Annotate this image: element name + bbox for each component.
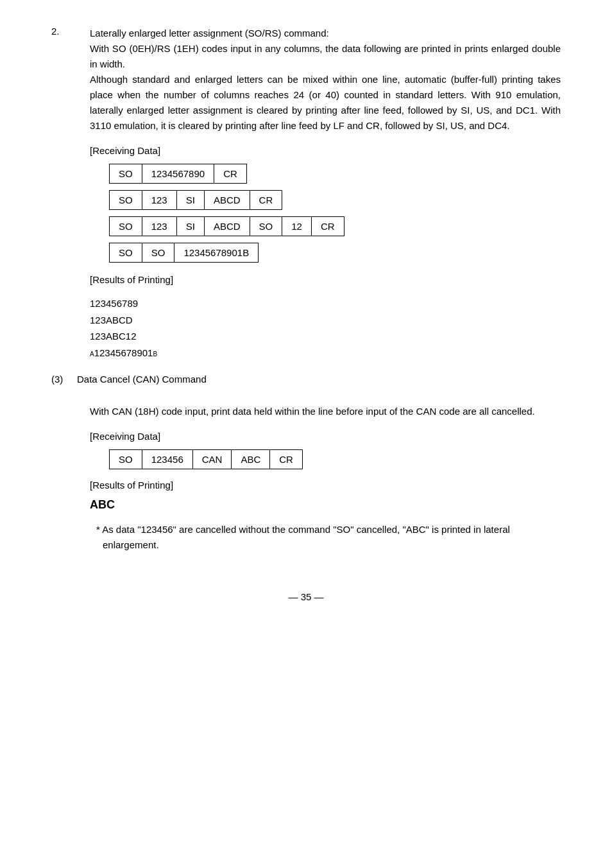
subsection-content: Data Cancel (CAN) Command (77, 374, 561, 394)
cell: SO (142, 243, 174, 263)
subsection-heading: Data Cancel (CAN) Command (77, 374, 561, 385)
table-row: SO 1234567890 CR (110, 164, 247, 184)
abc-result: ABC (90, 498, 561, 512)
cell: CR (214, 164, 247, 184)
cell: ABCD (204, 217, 250, 236)
cell: SO (110, 217, 142, 236)
table-row: SO 123456 CAN ABC CR (110, 450, 303, 469)
result-line-2: 123ABCD (90, 312, 561, 329)
cell: 12 (282, 217, 312, 236)
cell: 1234567890 (142, 164, 214, 184)
results-label-2: [Results of Printing] (90, 480, 561, 490)
page-footer: — 35 — (51, 591, 561, 602)
results-block-1: 123456789 123ABCD 123ABC12 A12345678901B (90, 295, 561, 361)
table-row: SO 123 SI ABCD CR (110, 191, 282, 210)
results-label-1: [Results of Printing] (90, 274, 561, 285)
cell: SI (176, 191, 204, 210)
cell: SO (110, 191, 142, 210)
result-line-3: 123ABC12 (90, 328, 561, 345)
data-table-4: SO SO 12345678901B (109, 243, 259, 263)
item-number: 2. (51, 26, 90, 134)
table-row: SO 123 SI ABCD SO 12 CR (110, 217, 344, 236)
result-line-1: 123456789 (90, 295, 561, 312)
cell: CR (270, 450, 303, 469)
item-content: Laterally enlarged letter assignment (SO… (90, 26, 561, 134)
data-table-2: SO 123 SI ABCD CR (109, 190, 282, 210)
cell: ABCD (204, 191, 250, 210)
cell: SO (110, 243, 142, 263)
cell: ABC (232, 450, 270, 469)
receiving-data-label-2: [Receiving Data] (90, 431, 561, 442)
item-2: 2. Laterally enlarged letter assignment … (51, 26, 561, 134)
table-row: SO SO 12345678901B (110, 243, 259, 263)
can-table: SO 123456 CAN ABC CR (109, 449, 303, 469)
data-table-3: SO 123 SI ABCD SO 12 CR (109, 216, 344, 236)
subsection-3-title: (3) Data Cancel (CAN) Command (51, 374, 561, 394)
cell: SO (110, 164, 142, 184)
item-line2: With SO (0EH)/RS (1EH) codes input in an… (90, 43, 561, 69)
subsection-number: (3) (51, 374, 77, 394)
cell: CR (250, 191, 282, 210)
item-line1: Laterally enlarged letter assignment (SO… (90, 28, 329, 39)
cell: CAN (192, 450, 232, 469)
cell: 123 (142, 191, 176, 210)
subsection-body: With CAN (18H) code input, print data he… (90, 404, 561, 419)
item-line3: Although standard and enlarged letters c… (90, 74, 561, 131)
cell: 123 (142, 217, 176, 236)
note: * As data "123456" are cancelled without… (90, 522, 561, 553)
cell: 123456 (142, 450, 192, 469)
page-number: 35 (301, 591, 312, 602)
data-table-1: SO 1234567890 CR (109, 164, 247, 184)
cell: CR (311, 217, 344, 236)
cell: 12345678901B (174, 243, 259, 263)
cell: SO (250, 217, 282, 236)
cell: SI (176, 217, 204, 236)
result-line-4: A12345678901B (90, 345, 561, 361)
receiving-data-label-1: [Receiving Data] (90, 145, 561, 156)
cell: SO (110, 450, 142, 469)
